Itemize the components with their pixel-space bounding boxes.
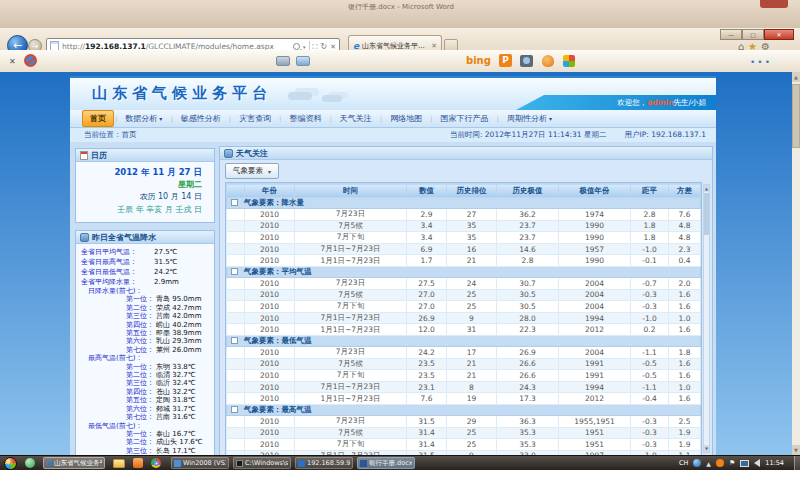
table-group-row[interactable]: 气象要素：最低气温 — [227, 335, 701, 346]
explorer-icon[interactable] — [113, 459, 125, 468]
taskbar: e 山东省气候业务平... Win2008 (VS2...C:\Windows\… — [0, 455, 800, 470]
taskbar-button[interactable]: 192.168.59.99... — [295, 457, 353, 469]
nav-item-8[interactable]: 国家下行产品 — [434, 111, 496, 126]
table-row[interactable]: 20107月1日~7月23日23.1824.31994-1.11.0 — [227, 381, 701, 393]
nav-item-4[interactable]: 灾害查询 — [232, 111, 278, 126]
show-hidden-icons[interactable]: ▲ — [706, 460, 711, 467]
nav-item-5[interactable]: 整编资料 — [282, 111, 328, 126]
scroll-up-icon[interactable]: ▲ — [704, 185, 709, 192]
content-area: 日历 2012 年 11 月 27 日 星期二 农历 10 月 14 日 壬辰 … — [70, 142, 716, 455]
table-row[interactable]: 20107月下旬23.52126.61991-0.51.6 — [227, 370, 701, 382]
bing-logo[interactable]: bing — [466, 55, 491, 66]
start-button[interactable] — [4, 457, 17, 470]
paw-icon[interactable] — [542, 55, 554, 67]
nav-item-9[interactable]: 周期性分析▾ — [500, 111, 559, 126]
action-center-flag-icon[interactable]: ⚑ — [729, 459, 735, 467]
pinned-app-icon[interactable] — [25, 458, 35, 468]
chrome-icon[interactable] — [151, 458, 161, 468]
mail-icon[interactable] — [296, 56, 310, 66]
show-desktop-button[interactable] — [794, 456, 800, 471]
volume-icon[interactable] — [754, 459, 760, 467]
table-row[interactable]: 20101月1日~7月23日12.03122.320120.21.6 — [227, 324, 701, 336]
table-row[interactable]: 20107月23日31.52936.31955,1951-0.32.5 — [227, 415, 701, 427]
breadcrumb: 当前位置：首页 — [84, 130, 137, 140]
table-cell: 2.0 — [669, 277, 701, 289]
table-row[interactable]: 20107月5候27.02530.52004-0.31.6 — [227, 289, 701, 301]
table-cell: 1.9 — [669, 427, 701, 439]
table-row[interactable]: 20107月5候3.43523.719901.84.8 — [227, 220, 701, 232]
table-row[interactable]: 20101月1日~7月23日7.61917.32012-0.41.6 — [227, 393, 701, 405]
pinned-app-icon[interactable] — [133, 458, 143, 468]
close-button[interactable]: ✕ — [764, 29, 794, 40]
nav-item-1[interactable]: 首页 — [82, 110, 114, 127]
puzzle-icon[interactable] — [563, 55, 575, 67]
table-cell: 2010 — [245, 220, 295, 232]
clock[interactable]: 11:54 — [765, 459, 784, 467]
search-icon[interactable] — [293, 43, 300, 50]
network-globe-icon[interactable] — [693, 459, 701, 467]
table-row[interactable]: 20107月23日2.92736.219742.87.6 — [227, 209, 701, 221]
blocked-icon[interactable] — [24, 54, 37, 67]
table-cell: 1957 — [559, 243, 631, 255]
site-container: 山东省气候业务平台 欢迎您，admin 先生/小姐 首页|数据分析▾|敏感性分析… — [70, 76, 716, 455]
table-cell: 7月1日~7月23日 — [295, 243, 407, 255]
table-row[interactable]: 20107月5候23.52126.61991-0.51.6 — [227, 358, 701, 370]
taskbar-button[interactable]: Win2008 (VS2... — [171, 457, 229, 469]
table-cell: 23.1 — [407, 381, 447, 393]
camera-icon[interactable] — [520, 55, 533, 67]
tray-app-icon[interactable] — [716, 459, 724, 467]
table-row[interactable]: 20107月23日27.52430.72004-0.72.0 — [227, 277, 701, 289]
network-icon[interactable] — [740, 460, 749, 467]
weather-rank-item: 第三位：莒南 42.0mm — [76, 312, 212, 320]
table-row[interactable]: 20107月下旬27.02530.52004-0.31.6 — [227, 301, 701, 313]
table-row[interactable]: 20107月下旬3.43523.719901.84.8 — [227, 232, 701, 244]
table-cell: 2.3 — [669, 243, 701, 255]
table-row[interactable]: 20101月1日~7月23日1.7212.81990-0.10.4 — [227, 255, 701, 267]
element-filter-button[interactable]: 气象要素 ▾ — [225, 163, 279, 179]
nav-item-6[interactable]: 天气关注 — [333, 111, 379, 126]
table-group-row[interactable]: 气象要素：降水量 — [227, 198, 701, 209]
table-cell: -1.0 — [631, 243, 669, 255]
table-row[interactable]: 20107月23日24.21726.92004-1.11.8 — [227, 346, 701, 358]
weather-rank-item: 第四位：崂山 40.2mm — [76, 321, 212, 329]
card-icon[interactable] — [276, 56, 290, 66]
browser-scrollbar[interactable]: ▲ ▼ — [792, 72, 800, 455]
table-scrollbar[interactable]: ▲ ▼ — [703, 184, 710, 453]
weather-stat-row: 全省日平均气温：27.5℃ — [76, 247, 212, 257]
table-cell: 25 — [447, 439, 497, 451]
chevron-down-icon[interactable]: ▾ — [303, 44, 306, 50]
collapse-icon[interactable] — [231, 337, 238, 344]
collapse-icon[interactable] — [231, 199, 238, 206]
calendar-icon — [80, 151, 88, 160]
taskbar-button[interactable]: 银行手册.docx ... — [357, 457, 415, 469]
table-group-row[interactable]: 气象要素：平均气温 — [227, 266, 701, 277]
table-row[interactable]: 20107月5候31.42535.31951-0.31.9 — [227, 427, 701, 439]
nav-item-7[interactable]: 网络地图 — [383, 111, 429, 126]
minimize-button[interactable]: — — [720, 29, 742, 40]
nav-item-2[interactable]: 数据分析▾ — [118, 111, 169, 126]
nav-item-3[interactable]: 敏感性分析 — [174, 111, 228, 126]
collapse-icon[interactable] — [231, 268, 238, 275]
table-cell: 2010 — [245, 255, 295, 267]
scroll-down-icon[interactable]: ▼ — [704, 445, 709, 452]
table-row[interactable]: 20107月1日~7月23日26.9928.01994-1.01.0 — [227, 312, 701, 324]
table-group-row[interactable]: 气象要素：最高气温 — [227, 404, 701, 415]
maximize-button[interactable]: ▢ — [742, 29, 764, 40]
table-row[interactable]: 20107月1日~7月23日6.91614.61957-1.02.3 — [227, 243, 701, 255]
app-icon — [174, 460, 181, 467]
scrollbar-thumb[interactable] — [792, 84, 800, 148]
close-tab-icon[interactable]: ✕ — [431, 42, 437, 50]
table-row[interactable]: 20107月下旬31.42535.31951-0.31.9 — [227, 439, 701, 451]
taskbar-ie-button[interactable]: e 山东省气候业务平... — [43, 457, 105, 469]
collapse-icon[interactable] — [231, 406, 238, 413]
scrollbar-thumb[interactable] — [704, 193, 709, 235]
taskbar-button[interactable]: C:\Windows\s... — [233, 457, 291, 469]
pinyin-icon[interactable]: P — [499, 54, 512, 67]
language-indicator[interactable]: CH — [679, 459, 688, 467]
table-cell: 2010 — [245, 427, 295, 439]
ie-icon: e — [46, 458, 52, 468]
scroll-down-icon[interactable]: ▼ — [792, 445, 800, 455]
more-options-icon[interactable]: ••• — [750, 57, 772, 67]
close-addon-bar-icon[interactable]: ✕ — [9, 57, 16, 66]
scroll-up-icon[interactable]: ▲ — [792, 72, 800, 82]
